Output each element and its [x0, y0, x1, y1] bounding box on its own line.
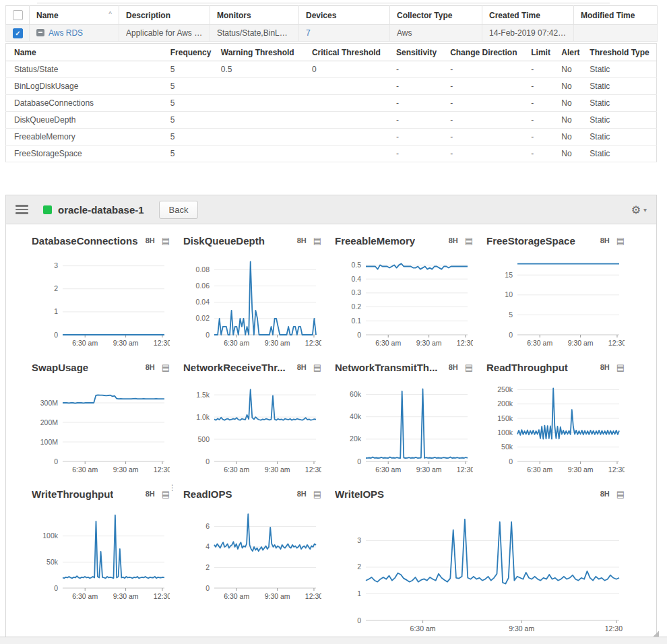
- dp-column-header-alert[interactable]: Alert: [553, 44, 581, 61]
- column-header-modified-time[interactable]: Modified Time: [574, 6, 658, 25]
- svg-text:6:30 am: 6:30 am: [375, 339, 401, 347]
- svg-text:9:30 am: 9:30 am: [113, 339, 139, 347]
- chart-panel-writethroughput: WriteThroughput8H▤⋮050k100k6:30 am9:30 a…: [24, 479, 175, 637]
- chart-canvas[interactable]: 020k40k60k6:30 am9:30 am12:30: [335, 377, 473, 476]
- column-header-name[interactable]: Name^: [30, 6, 119, 25]
- chart-panel-header: FreeStorageSpace8H▤: [486, 232, 625, 249]
- chart-canvas[interactable]: 050k100k150k200k250k6:30 am9:30 am12:30: [486, 377, 625, 476]
- column-header-monitors[interactable]: Monitors: [210, 6, 299, 25]
- legend-table-icon[interactable]: ▤: [616, 490, 625, 498]
- svg-text:6:30 am: 6:30 am: [527, 339, 552, 347]
- chart-canvas[interactable]: 0510156:30 am9:30 am12:30: [486, 250, 625, 350]
- time-range-label[interactable]: 8H: [600, 490, 610, 498]
- column-header-created-time[interactable]: Created Time: [482, 6, 574, 25]
- gear-dropdown-caret-icon[interactable]: ▾: [643, 206, 647, 214]
- svg-text:5: 5: [509, 311, 513, 319]
- chart-title: DatabaseConnections: [32, 235, 138, 247]
- legend-table-icon[interactable]: ▤: [616, 236, 625, 245]
- gear-icon[interactable]: ⚙: [631, 203, 641, 216]
- datasource-link[interactable]: Aws RDS: [49, 28, 83, 38]
- devices-cell[interactable]: 7: [299, 25, 390, 42]
- dp-cell-alert: No: [553, 95, 581, 112]
- dp-cell-change-direction: -: [442, 95, 523, 112]
- svg-text:0: 0: [357, 331, 361, 339]
- legend-table-icon[interactable]: ▤: [616, 363, 625, 372]
- time-range-label[interactable]: 8H: [146, 363, 155, 371]
- svg-text:20k: 20k: [350, 434, 362, 443]
- dp-column-header-warning-threshold[interactable]: Warning Threshold: [213, 44, 304, 61]
- chart-canvas[interactable]: 050k100k6:30 am9:30 am12:30: [32, 503, 170, 603]
- chart-canvas[interactable]: 01236:30 am9:30 am12:30 p: [335, 503, 625, 635]
- chart-canvas[interactable]: 00.020.040.060.086:30 am9:30 am12:30: [183, 250, 321, 350]
- legend-table-icon[interactable]: ▤: [162, 236, 170, 245]
- datasource-name-cell[interactable]: Aws RDS: [30, 25, 119, 42]
- dp-cell-warning-threshold: [213, 95, 304, 112]
- dp-column-header-threshold-type[interactable]: Threshold Type: [581, 44, 656, 61]
- svg-text:9:30 am: 9:30 am: [113, 592, 139, 600]
- chart-canvas[interactable]: 00.10.20.30.40.56:30 am9:30 am12:30: [335, 250, 473, 350]
- svg-text:0.4: 0.4: [351, 275, 361, 283]
- select-all-header[interactable]: [6, 6, 30, 25]
- select-all-checkbox[interactable]: [13, 10, 23, 20]
- dp-column-header-name[interactable]: Name: [6, 44, 162, 61]
- time-range-label[interactable]: 8H: [449, 236, 458, 245]
- dp-column-header-sensitivity[interactable]: Sensitivity: [388, 44, 442, 61]
- time-range-label[interactable]: 8H: [146, 490, 155, 498]
- time-range-label[interactable]: 8H: [600, 363, 610, 371]
- dp-column-header-change-direction[interactable]: Change Direction: [442, 44, 523, 61]
- legend-table-icon[interactable]: ▤: [313, 363, 321, 372]
- svg-text:200M: 200M: [40, 418, 58, 426]
- dp-cell-limit: -: [523, 112, 553, 129]
- column-header-description[interactable]: Description: [119, 6, 210, 25]
- resize-handle-icon[interactable]: [653, 631, 659, 637]
- dp-column-header-frequency[interactable]: Frequency: [162, 44, 213, 61]
- time-range-label[interactable]: 8H: [297, 236, 307, 245]
- dp-column-header-limit[interactable]: Limit: [523, 44, 553, 61]
- row-select-cell[interactable]: ✓: [6, 25, 30, 42]
- time-range-label[interactable]: 8H: [146, 236, 155, 245]
- dp-cell-sensitivity: -: [388, 112, 442, 129]
- chart-panel-header: ReadThroughput8H▤: [486, 359, 625, 375]
- svg-text:12:30: 12:30: [457, 465, 473, 474]
- dp-cell-alert: No: [553, 146, 581, 162]
- datasource-row[interactable]: ✓ Aws RDS Applicable for Aws RDS Status/…: [6, 25, 658, 42]
- back-button[interactable]: Back: [159, 201, 199, 219]
- datapoint-row-diskqueuedepth[interactable]: DiskQueueDepth5---NoStatic: [6, 112, 657, 129]
- time-range-label[interactable]: 8H: [449, 363, 458, 371]
- legend-table-icon[interactable]: ▤: [465, 236, 473, 245]
- datasource-table: Name^DescriptionMonitorsDevicesCollector…: [5, 5, 658, 42]
- time-range-label[interactable]: 8H: [600, 236, 610, 245]
- menu-icon[interactable]: [15, 205, 28, 214]
- row-checkbox-checked[interactable]: ✓: [13, 28, 23, 38]
- datapoint-row-freeablememory[interactable]: FreeableMemory5---NoStatic: [6, 129, 657, 146]
- time-range-label[interactable]: 8H: [297, 363, 307, 371]
- datapoint-row-binlogdiskusage[interactable]: BinLogDiskUsage5---NoStatic: [6, 78, 657, 95]
- datapoint-row-status-state[interactable]: Status/State50.50---NoStatic: [6, 61, 657, 78]
- devices-count-link[interactable]: 7: [306, 28, 311, 38]
- datapoint-row-freestoragespace[interactable]: FreeStorageSpace5---NoStatic: [6, 146, 657, 162]
- dp-cell-critical-threshold: 0: [304, 61, 388, 78]
- dp-cell-critical-threshold: [304, 78, 388, 95]
- chart-canvas[interactable]: 02466:30 am9:30 am12:30: [183, 503, 321, 603]
- svg-text:12:30: 12:30: [154, 339, 170, 347]
- svg-text:9:30 am: 9:30 am: [113, 465, 139, 474]
- column-header-devices[interactable]: Devices: [299, 6, 390, 25]
- svg-text:60k: 60k: [350, 390, 362, 398]
- dp-column-header-critical-threshold[interactable]: Critical Threshold: [304, 44, 388, 61]
- chart-canvas[interactable]: 0100M200M300M6:30 am9:30 am12:30: [32, 377, 170, 476]
- dp-cell-change-direction: -: [442, 112, 523, 129]
- svg-text:0.5: 0.5: [351, 261, 361, 269]
- chart-canvas[interactable]: 05001.0k1.5k6:30 am9:30 am12:30: [183, 377, 321, 476]
- chart-canvas[interactable]: 01236:30 am9:30 am12:30: [32, 250, 170, 350]
- dp-cell-warning-threshold: [213, 146, 304, 162]
- legend-table-icon[interactable]: ▤: [313, 490, 321, 498]
- chart-title: NetworkTransmitTh...: [335, 362, 438, 373]
- column-header-collector-type[interactable]: Collector Type: [390, 6, 482, 25]
- legend-table-icon[interactable]: ▤: [465, 363, 473, 372]
- legend-table-icon[interactable]: ▤: [162, 363, 170, 372]
- chart-panel-diskqueuedepth: DiskQueueDepth8H▤00.020.040.060.086:30 a…: [175, 226, 327, 352]
- legend-table-icon[interactable]: ▤: [313, 236, 321, 245]
- datasource-icon: [36, 29, 44, 36]
- datapoint-row-databaseconnections[interactable]: DatabaseConnections5---NoStatic: [6, 95, 657, 112]
- time-range-label[interactable]: 8H: [297, 490, 307, 498]
